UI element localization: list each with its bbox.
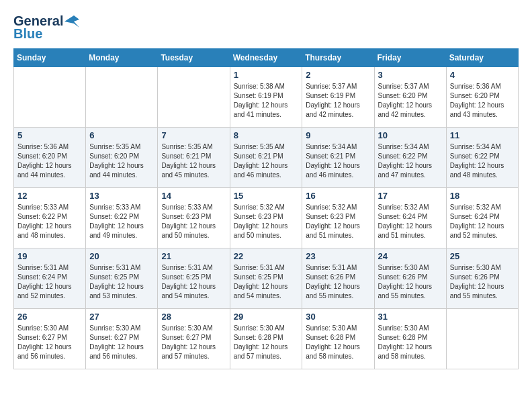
day-info: Sunrise: 5:31 AM Sunset: 6:25 PM Dayligh… xyxy=(89,263,154,301)
calendar-cell: 26Sunrise: 5:30 AM Sunset: 6:27 PM Dayli… xyxy=(14,309,86,369)
calendar-cell: 8Sunrise: 5:35 AM Sunset: 6:21 PM Daylig… xyxy=(230,128,302,188)
day-number: 18 xyxy=(450,191,515,201)
day-number: 10 xyxy=(378,130,443,140)
day-number: 30 xyxy=(306,312,370,322)
day-info: Sunrise: 5:31 AM Sunset: 6:25 PM Dayligh… xyxy=(161,263,226,301)
logo-text-block: General Blue xyxy=(13,13,79,42)
calendar-cell: 20Sunrise: 5:31 AM Sunset: 6:25 PM Dayli… xyxy=(86,248,158,309)
day-number: 6 xyxy=(89,130,154,140)
calendar-cell: 19Sunrise: 5:31 AM Sunset: 6:24 PM Dayli… xyxy=(14,248,86,309)
day-info: Sunrise: 5:30 AM Sunset: 6:26 PM Dayligh… xyxy=(450,263,515,301)
calendar-cell: 18Sunrise: 5:32 AM Sunset: 6:24 PM Dayli… xyxy=(446,188,518,248)
day-number: 21 xyxy=(161,251,226,261)
calendar-cell: 30Sunrise: 5:30 AM Sunset: 6:28 PM Dayli… xyxy=(302,309,374,369)
calendar-cell: 1Sunrise: 5:38 AM Sunset: 6:19 PM Daylig… xyxy=(230,67,302,128)
calendar-cell: 15Sunrise: 5:32 AM Sunset: 6:23 PM Dayli… xyxy=(230,188,302,248)
logo-blue: Blue xyxy=(13,26,42,42)
calendar-cell: 12Sunrise: 5:33 AM Sunset: 6:22 PM Dayli… xyxy=(14,188,86,248)
weekday-header-monday: Monday xyxy=(86,49,158,67)
day-info: Sunrise: 5:30 AM Sunset: 6:28 PM Dayligh… xyxy=(378,324,443,361)
day-number: 2 xyxy=(306,70,370,80)
day-number: 28 xyxy=(161,312,226,322)
day-number: 12 xyxy=(17,191,82,201)
day-number: 25 xyxy=(450,251,515,261)
day-info: Sunrise: 5:32 AM Sunset: 6:24 PM Dayligh… xyxy=(378,203,443,240)
calendar-cell: 24Sunrise: 5:30 AM Sunset: 6:26 PM Dayli… xyxy=(374,248,446,309)
day-number: 20 xyxy=(89,251,154,261)
day-number: 31 xyxy=(378,312,443,322)
day-info: Sunrise: 5:36 AM Sunset: 6:20 PM Dayligh… xyxy=(450,82,515,120)
day-info: Sunrise: 5:31 AM Sunset: 6:24 PM Dayligh… xyxy=(17,263,82,301)
day-info: Sunrise: 5:35 AM Sunset: 6:20 PM Dayligh… xyxy=(89,142,154,180)
day-number: 1 xyxy=(234,70,299,80)
calendar-cell: 11Sunrise: 5:34 AM Sunset: 6:22 PM Dayli… xyxy=(446,128,518,188)
calendar-cell: 23Sunrise: 5:31 AM Sunset: 6:26 PM Dayli… xyxy=(302,248,374,309)
day-number: 3 xyxy=(378,70,443,80)
calendar-cell: 31Sunrise: 5:30 AM Sunset: 6:28 PM Dayli… xyxy=(374,309,446,369)
day-number: 9 xyxy=(306,130,370,140)
day-number: 13 xyxy=(89,191,154,201)
calendar-cell: 21Sunrise: 5:31 AM Sunset: 6:25 PM Dayli… xyxy=(158,248,230,309)
calendar-cell: 10Sunrise: 5:34 AM Sunset: 6:22 PM Dayli… xyxy=(374,128,446,188)
weekday-header-wednesday: Wednesday xyxy=(230,49,302,67)
calendar-table: SundayMondayTuesdayWednesdayThursdayFrid… xyxy=(13,48,519,369)
day-number: 17 xyxy=(378,191,443,201)
weekday-header-tuesday: Tuesday xyxy=(158,49,230,67)
day-number: 27 xyxy=(89,312,154,322)
calendar-week-row: 1Sunrise: 5:38 AM Sunset: 6:19 PM Daylig… xyxy=(14,67,519,128)
day-number: 23 xyxy=(306,251,370,261)
day-number: 26 xyxy=(17,312,82,322)
calendar-cell: 2Sunrise: 5:37 AM Sunset: 6:19 PM Daylig… xyxy=(302,67,374,128)
calendar-cell: 7Sunrise: 5:35 AM Sunset: 6:21 PM Daylig… xyxy=(158,128,230,188)
calendar-cell: 4Sunrise: 5:36 AM Sunset: 6:20 PM Daylig… xyxy=(446,67,518,128)
calendar-cell: 22Sunrise: 5:31 AM Sunset: 6:25 PM Dayli… xyxy=(230,248,302,309)
day-info: Sunrise: 5:33 AM Sunset: 6:23 PM Dayligh… xyxy=(161,203,226,240)
day-number: 5 xyxy=(17,130,82,140)
calendar-cell: 5Sunrise: 5:36 AM Sunset: 6:20 PM Daylig… xyxy=(14,128,86,188)
calendar-cell: 25Sunrise: 5:30 AM Sunset: 6:26 PM Dayli… xyxy=(446,248,518,309)
calendar-week-row: 5Sunrise: 5:36 AM Sunset: 6:20 PM Daylig… xyxy=(14,128,519,188)
day-number: 15 xyxy=(234,191,299,201)
day-info: Sunrise: 5:30 AM Sunset: 6:27 PM Dayligh… xyxy=(161,324,226,361)
calendar-cell: 9Sunrise: 5:34 AM Sunset: 6:21 PM Daylig… xyxy=(302,128,374,188)
day-info: Sunrise: 5:31 AM Sunset: 6:26 PM Dayligh… xyxy=(306,263,370,301)
day-info: Sunrise: 5:37 AM Sunset: 6:19 PM Dayligh… xyxy=(306,82,370,120)
day-info: Sunrise: 5:32 AM Sunset: 6:23 PM Dayligh… xyxy=(234,203,299,240)
calendar-week-row: 26Sunrise: 5:30 AM Sunset: 6:27 PM Dayli… xyxy=(14,309,519,369)
day-info: Sunrise: 5:30 AM Sunset: 6:27 PM Dayligh… xyxy=(89,324,154,361)
day-number: 19 xyxy=(17,251,82,261)
calendar-cell: 3Sunrise: 5:37 AM Sunset: 6:20 PM Daylig… xyxy=(374,67,446,128)
day-number: 11 xyxy=(450,130,515,140)
day-info: Sunrise: 5:35 AM Sunset: 6:21 PM Dayligh… xyxy=(234,142,299,180)
day-info: Sunrise: 5:34 AM Sunset: 6:22 PM Dayligh… xyxy=(378,142,443,180)
day-info: Sunrise: 5:33 AM Sunset: 6:22 PM Dayligh… xyxy=(17,203,82,240)
weekday-header-row: SundayMondayTuesdayWednesdayThursdayFrid… xyxy=(14,49,519,67)
calendar-cell: 29Sunrise: 5:30 AM Sunset: 6:28 PM Dayli… xyxy=(230,309,302,369)
calendar-cell xyxy=(14,67,86,128)
calendar-cell xyxy=(86,67,158,128)
day-info: Sunrise: 5:33 AM Sunset: 6:22 PM Dayligh… xyxy=(89,203,154,240)
day-info: Sunrise: 5:34 AM Sunset: 6:22 PM Dayligh… xyxy=(450,142,515,180)
day-number: 24 xyxy=(378,251,443,261)
calendar-cell: 27Sunrise: 5:30 AM Sunset: 6:27 PM Dayli… xyxy=(86,309,158,369)
day-number: 8 xyxy=(234,130,299,140)
day-info: Sunrise: 5:32 AM Sunset: 6:24 PM Dayligh… xyxy=(450,203,515,240)
weekday-header-sunday: Sunday xyxy=(14,49,86,67)
day-number: 16 xyxy=(306,191,370,201)
weekday-header-thursday: Thursday xyxy=(302,49,374,67)
calendar-cell: 13Sunrise: 5:33 AM Sunset: 6:22 PM Dayli… xyxy=(86,188,158,248)
calendar-week-row: 19Sunrise: 5:31 AM Sunset: 6:24 PM Dayli… xyxy=(14,248,519,309)
calendar-cell: 6Sunrise: 5:35 AM Sunset: 6:20 PM Daylig… xyxy=(86,128,158,188)
day-info: Sunrise: 5:32 AM Sunset: 6:23 PM Dayligh… xyxy=(306,203,370,240)
day-info: Sunrise: 5:37 AM Sunset: 6:20 PM Dayligh… xyxy=(378,82,443,120)
day-info: Sunrise: 5:36 AM Sunset: 6:20 PM Dayligh… xyxy=(17,142,82,180)
day-number: 7 xyxy=(161,130,226,140)
day-info: Sunrise: 5:30 AM Sunset: 6:28 PM Dayligh… xyxy=(234,324,299,361)
day-info: Sunrise: 5:35 AM Sunset: 6:21 PM Dayligh… xyxy=(161,142,226,180)
calendar-cell: 17Sunrise: 5:32 AM Sunset: 6:24 PM Dayli… xyxy=(374,188,446,248)
day-info: Sunrise: 5:30 AM Sunset: 6:28 PM Dayligh… xyxy=(306,324,370,361)
day-info: Sunrise: 5:38 AM Sunset: 6:19 PM Dayligh… xyxy=(234,82,299,120)
day-info: Sunrise: 5:30 AM Sunset: 6:27 PM Dayligh… xyxy=(17,324,82,361)
weekday-header-saturday: Saturday xyxy=(446,49,518,67)
page-header: General Blue xyxy=(13,13,519,42)
